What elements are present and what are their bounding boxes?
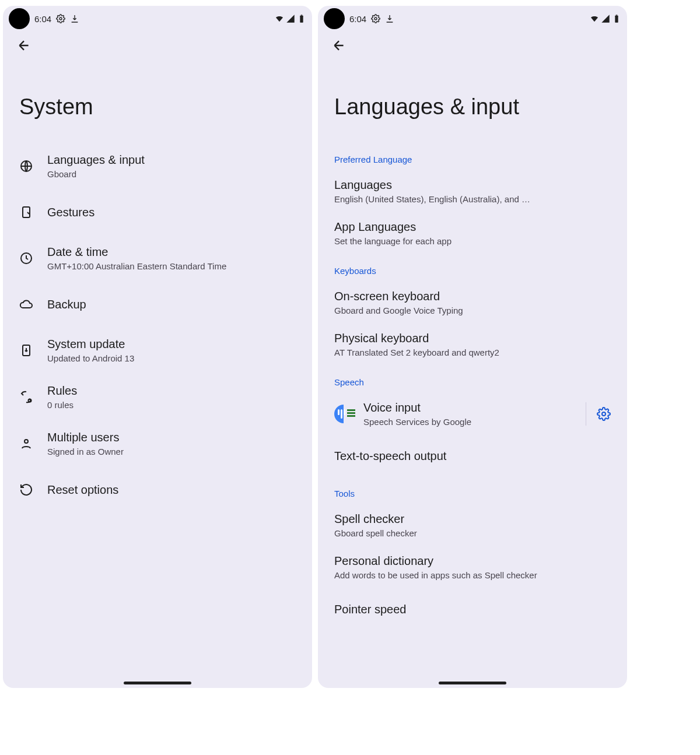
item-title: Pointer speed	[334, 603, 611, 616]
svg-rect-11	[616, 15, 618, 15]
system-item-multiple-users[interactable]: Multiple usersSigned in as Owner	[3, 420, 312, 467]
li-item-personal-dictionary[interactable]: Personal dictionaryAdd words to be used …	[318, 546, 627, 588]
item-title: Personal dictionary	[334, 554, 611, 568]
svg-point-7	[29, 399, 32, 402]
download-icon	[70, 14, 79, 23]
status-bar: 6:04	[3, 6, 312, 31]
item-subtitle: AT Translated Set 2 keyboard and qwerty2	[334, 347, 611, 357]
system-item-system-update[interactable]: System updateUpdated to Android 13	[3, 327, 312, 374]
battery-icon	[297, 14, 306, 23]
li-item-pointer-speed[interactable]: Pointer speed	[318, 588, 627, 630]
page-title: Languages & input	[318, 59, 627, 143]
section-header-speech: Speech	[318, 366, 627, 393]
svg-point-8	[24, 440, 28, 443]
update-icon	[19, 343, 33, 357]
person-icon	[19, 437, 33, 451]
item-title: Voice input	[363, 401, 579, 415]
camera-cutout	[324, 8, 345, 29]
li-item-languages[interactable]: LanguagesEnglish (United States), Englis…	[318, 170, 627, 212]
reset-icon	[19, 483, 33, 497]
svg-point-0	[60, 17, 62, 20]
section-header-keyboards: Keyboards	[318, 254, 627, 282]
item-title: Gestures	[47, 206, 94, 219]
svg-point-12	[602, 412, 606, 416]
item-title: App Languages	[334, 220, 611, 234]
page-title: System	[3, 59, 312, 143]
item-subtitle: GMT+10:00 Australian Eastern Standard Ti…	[47, 261, 226, 271]
system-item-languages-input[interactable]: Languages & inputGboard	[3, 143, 312, 189]
wifi-icon	[590, 14, 599, 23]
section-header-tools: Tools	[318, 477, 627, 504]
svg-rect-1	[300, 16, 303, 23]
cloud-icon	[19, 297, 33, 311]
back-button[interactable]	[16, 37, 32, 54]
item-subtitle: 0 rules	[47, 400, 77, 410]
item-title: Multiple users	[47, 431, 124, 444]
arrow-left-icon	[331, 38, 346, 53]
wifi-icon	[275, 14, 284, 23]
system-item-date-time[interactable]: Date & timeGMT+10:00 Australian Eastern …	[3, 235, 312, 282]
status-bar: 6:04	[318, 6, 627, 31]
item-title: On-screen keyboard	[334, 290, 611, 303]
item-subtitle: Gboard spell checker	[334, 528, 611, 538]
signal-icon	[601, 14, 610, 23]
item-title: Backup	[47, 298, 86, 311]
item-subtitle: Set the language for each app	[334, 236, 611, 246]
svg-point-9	[374, 17, 377, 20]
item-subtitle: Updated to Android 13	[47, 353, 134, 363]
li-item-on-screen-keyboard[interactable]: On-screen keyboardGboard and Google Voic…	[318, 282, 627, 324]
camera-cutout	[9, 8, 30, 29]
battery-icon	[612, 14, 621, 23]
gesture-icon	[19, 205, 33, 219]
item-title: System update	[47, 338, 134, 351]
nav-handle[interactable]	[124, 682, 191, 684]
item-title: Rules	[47, 384, 77, 398]
system-list: Languages & inputGboardGesturesDate & ti…	[3, 143, 312, 512]
item-subtitle: Signed in as Owner	[47, 447, 124, 456]
svg-rect-2	[301, 15, 303, 15]
item-title: Date & time	[47, 245, 226, 259]
languages-input-list: Preferred LanguageLanguagesEnglish (Unit…	[318, 143, 627, 630]
li-item-text-to-speech-output[interactable]: Text-to-speech output	[318, 435, 627, 477]
system-item-backup[interactable]: Backup	[3, 282, 312, 327]
nav-handle[interactable]	[439, 682, 506, 684]
section-header-preferred-language: Preferred Language	[318, 143, 627, 170]
item-title: Physical keyboard	[334, 332, 611, 345]
item-subtitle: Speech Services by Google	[363, 417, 579, 427]
item-title: Text-to-speech output	[334, 450, 611, 463]
clock-icon	[19, 251, 33, 265]
download-icon	[385, 14, 394, 23]
gear-icon	[371, 14, 380, 23]
system-item-reset-options[interactable]: Reset options	[3, 467, 312, 512]
back-button[interactable]	[331, 37, 347, 54]
status-time: 6:04	[34, 14, 51, 24]
item-title: Languages	[334, 178, 611, 192]
item-subtitle: Gboard	[47, 169, 145, 179]
system-item-rules[interactable]: Rules0 rules	[3, 374, 312, 420]
li-item-spell-checker[interactable]: Spell checkerGboard spell checker	[318, 504, 627, 546]
li-item-app-languages[interactable]: App LanguagesSet the language for each a…	[318, 212, 627, 254]
svg-rect-10	[615, 16, 618, 23]
item-title: Reset options	[47, 483, 118, 497]
item-subtitle: Add words to be used in apps such as Spe…	[334, 570, 611, 580]
arrow-left-icon	[16, 38, 32, 53]
item-subtitle: Gboard and Google Voice Typing	[334, 305, 611, 315]
globe-icon	[19, 159, 33, 173]
li-item-physical-keyboard[interactable]: Physical keyboardAT Translated Set 2 key…	[318, 324, 627, 366]
item-title: Spell checker	[334, 512, 611, 526]
item-title: Languages & input	[47, 153, 145, 167]
item-subtitle: English (United States), English (Austra…	[334, 194, 611, 204]
system-item-gestures[interactable]: Gestures	[3, 189, 312, 235]
gear-icon	[56, 14, 65, 23]
voice-input-icon	[334, 405, 353, 423]
li-item-voice-input[interactable]: Voice inputSpeech Services by Google	[318, 393, 627, 435]
phone-system: 6:04 System Languages & inputGboardGestu…	[3, 6, 312, 688]
rules-icon	[19, 390, 33, 404]
status-time: 6:04	[349, 14, 366, 24]
signal-icon	[286, 14, 295, 23]
voice-input-settings-button[interactable]	[586, 402, 611, 426]
phone-languages-input: 6:04 Languages & input Preferred Languag…	[318, 6, 627, 688]
gear-icon	[597, 407, 611, 421]
svg-rect-4	[23, 207, 30, 217]
